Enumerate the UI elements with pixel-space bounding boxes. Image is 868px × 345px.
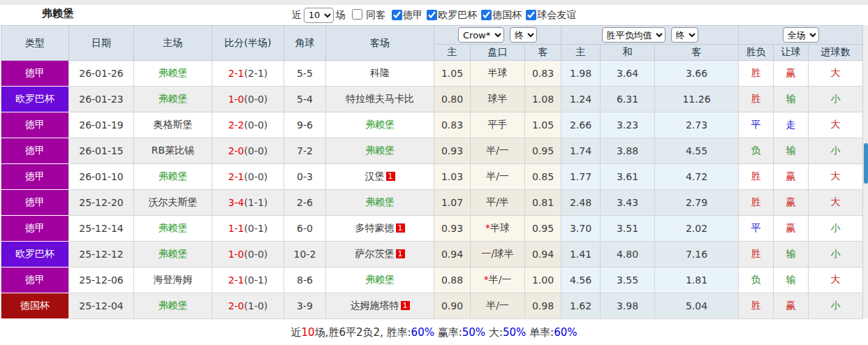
avg-time-select[interactable]: 终 (671, 27, 698, 43)
scope-select[interactable]: 全场 (783, 27, 819, 43)
avg-away-cell: 4.72 (655, 164, 739, 190)
handicap-result-cell: 赢 (774, 164, 809, 190)
corner-cell: 9-6 (284, 112, 326, 138)
home-team-link[interactable]: 弗赖堡 (159, 67, 188, 78)
handicap-text: 一/球半 (481, 248, 514, 259)
away-team-link[interactable]: 弗赖堡 (365, 145, 395, 156)
away-team-cell: 多特蒙德1 (326, 216, 434, 242)
odds-away-cell: 0.95 (525, 138, 561, 164)
recent-count-select[interactable]: 10 (304, 8, 334, 23)
home-team-link[interactable]: 海登海姆 (154, 274, 193, 285)
date-cell: 26-01-10 (69, 164, 134, 190)
home-team-link[interactable]: 沃尔夫斯堡 (149, 196, 198, 207)
full-time-score: 2-1 (228, 171, 244, 182)
odds-home-cell: 0.94 (434, 242, 471, 267)
match-row: 德甲25-12-20沃尔夫斯堡3-4(1-1)2-6弗赖堡1.07平/半0.81… (1, 190, 863, 216)
handicap-result-cell: 赢 (774, 61, 809, 87)
avg-home-cell: 1.41 (561, 242, 601, 267)
league-filter-checkbox[interactable] (481, 10, 492, 20)
avg-draw-cell: 3.43 (601, 190, 655, 216)
league-type-cell: 欧罗巴杯 (1, 87, 69, 112)
home-team-link[interactable]: 奥格斯堡 (154, 119, 193, 130)
away-team-cell: 科隆 (326, 61, 434, 87)
col-header-type: 类型 (1, 26, 69, 61)
handicap-result-cell: 输 (774, 87, 809, 112)
home-team-link[interactable]: 弗赖堡 (159, 170, 188, 182)
avg-away-cell: 2.02 (655, 216, 739, 242)
summary-segment: 60% (554, 326, 577, 339)
league-filter-toggle[interactable]: 德国杯 (477, 9, 522, 22)
handicap-text: 半球 (488, 67, 508, 78)
avg-type-select[interactable]: 胜平负均值 (602, 27, 665, 43)
league-filter-toggle[interactable]: 欧罗巴杯 (422, 9, 477, 22)
recent-label: 近 (292, 9, 302, 22)
away-team-link[interactable]: 弗赖堡 (365, 274, 395, 285)
away-team-link[interactable]: 汉堡 (365, 170, 385, 182)
league-type-cell: 德国杯 (1, 293, 69, 319)
home-team-link[interactable]: 弗赖堡 (159, 222, 188, 233)
away-team-cell: 汉堡1 (326, 164, 434, 190)
home-team-cell: 弗赖堡 (134, 216, 212, 242)
goals-cell: 大 (809, 61, 863, 87)
handicap-text: 平/半 (486, 196, 509, 207)
odds-away-cell: 0.98 (525, 293, 561, 319)
same-opponent-checkbox[interactable] (352, 9, 362, 20)
league-filter-toggle[interactable]: 德甲 (388, 9, 422, 22)
corner-cell: 0-3 (284, 164, 326, 190)
bookmaker-select[interactable]: Crow* (458, 27, 504, 43)
scrollbar-thumb[interactable] (864, 143, 868, 184)
half-time-score: (1-1) (244, 197, 268, 208)
summary-segment: 50% (503, 326, 526, 339)
league-filter-checkbox[interactable] (526, 10, 536, 20)
match-row: 德甲25-12-14弗赖堡1-1(0-1)6-0多特蒙德10.93*半球0.95… (1, 216, 863, 242)
result-cell: 胜 (739, 293, 774, 319)
half-time-score: (0-0) (244, 145, 268, 156)
odds-time-select[interactable]: 终 (510, 27, 537, 43)
league-filter-checkbox[interactable] (427, 10, 437, 20)
away-team-link[interactable]: 多特蒙德 (355, 222, 395, 233)
odds-home-cell: 1.03 (434, 164, 471, 190)
odds-home-cell: 0.93 (434, 138, 471, 164)
handicap-cell: 平/半 (471, 190, 525, 216)
avg-home-cell: 1.62 (561, 293, 601, 319)
odds-group-header: Crow* 终 (434, 26, 561, 45)
top-strip (0, 0, 868, 5)
away-team-link[interactable]: 科隆 (370, 67, 390, 78)
league-filter-label: 德国杯 (492, 9, 522, 22)
home-team-link[interactable]: 弗赖堡 (159, 248, 188, 259)
league-type-cell: 德甲 (1, 61, 69, 87)
avg-draw-cell: 3.51 (601, 216, 655, 242)
rank-badge: 1 (396, 223, 405, 233)
home-team-link[interactable]: 弗赖堡 (159, 93, 188, 104)
match-row: 德国杯25-12-04弗赖堡2-0(1-0)3-9达姆施塔特10.90半/一0.… (1, 293, 863, 319)
score-cell: 2-0(1-0) (212, 293, 284, 319)
home-team-link[interactable]: 弗赖堡 (159, 300, 188, 311)
away-team-link[interactable]: 弗赖堡 (365, 119, 395, 130)
handicap-cell: *半/一 (471, 267, 525, 293)
handicap-cell: 半/一 (471, 293, 525, 319)
score-cell: 1-1(0-1) (212, 216, 284, 242)
avg-away-cell: 7.16 (655, 242, 739, 267)
avg-away-cell: 3.66 (655, 61, 739, 87)
summary-segment: 10 (302, 326, 315, 339)
league-filter-toggle[interactable]: 球会友谊 (522, 9, 576, 22)
same-opponent-toggle[interactable]: 同客 (348, 9, 385, 22)
away-team-link[interactable]: 萨尔茨堡 (355, 248, 395, 259)
result-cell: 平 (739, 112, 774, 138)
avg-draw-cell: 4.80 (601, 242, 655, 267)
away-team-link[interactable]: 弗赖堡 (365, 196, 395, 207)
away-team-link[interactable]: 达姆施塔特 (351, 300, 399, 311)
avg-away-cell: 4.55 (655, 138, 739, 164)
corner-cell: 5-4 (284, 87, 326, 112)
summary-segment: 赢率: (434, 326, 462, 339)
away-team-link[interactable]: 特拉维夫马卡比 (346, 93, 414, 104)
sub-header-odds-home: 主 (434, 45, 471, 61)
home-team-link[interactable]: RB莱比锡 (152, 145, 194, 156)
result-cell: 胜 (739, 164, 774, 190)
corner-cell: 5-5 (284, 61, 326, 87)
odds-away-cell: 0.85 (525, 164, 561, 190)
scrollbar-track[interactable] (862, 25, 868, 318)
avg-away-cell: 2.79 (655, 190, 739, 216)
odds-away-cell: 1.05 (525, 112, 561, 138)
league-filter-checkbox[interactable] (392, 10, 402, 20)
